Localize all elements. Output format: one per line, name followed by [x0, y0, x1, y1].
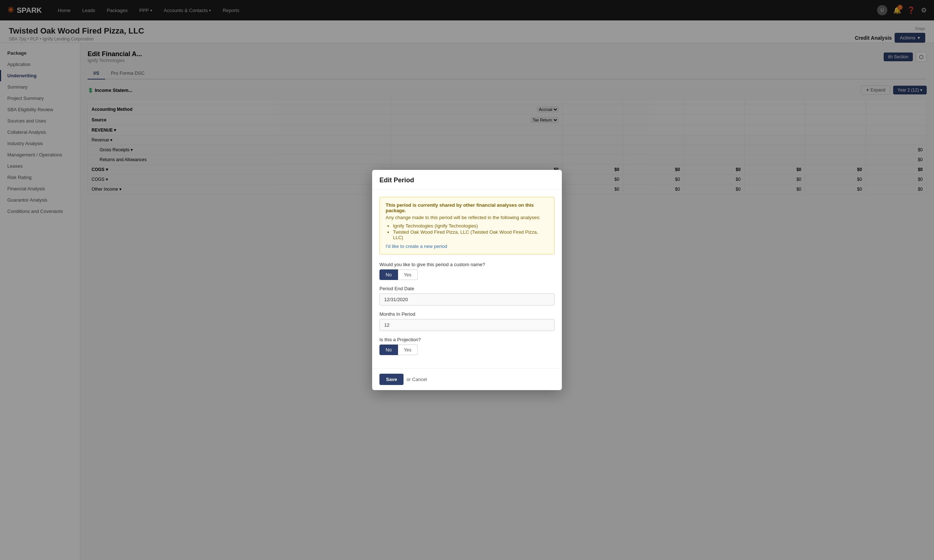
warning-box: This period is currently shared by other… — [379, 197, 555, 254]
projection-label: Is this a Projection? — [379, 337, 555, 342]
warning-analyses-list: Ignify Technologies (Ignify Technologies… — [385, 223, 549, 240]
warning-subtitle: Any change made to this period will be r… — [385, 215, 549, 220]
save-button[interactable]: Save — [379, 374, 404, 385]
months-in-period-label: Months In Period — [379, 311, 555, 317]
months-in-period-group: Months In Period — [379, 311, 555, 331]
custom-name-group: Would you like to give this period a cus… — [379, 262, 555, 280]
period-end-date-input[interactable] — [379, 294, 555, 306]
list-item: Twisted Oak Wood Fired Pizza, LLC (Twist… — [393, 229, 549, 240]
warning-title: This period is currently shared by other… — [385, 202, 549, 213]
months-in-period-input[interactable] — [379, 319, 555, 331]
modal-header: Edit Period — [372, 170, 562, 189]
cancel-button[interactable]: or Cancel — [407, 377, 427, 382]
create-new-period-link[interactable]: I'd like to create a new period — [385, 243, 447, 249]
projection-group: Is this a Projection? No Yes — [379, 337, 555, 355]
modal-body: This period is currently shared by other… — [372, 189, 562, 368]
modal-footer: Save or Cancel — [372, 368, 562, 390]
modal-title: Edit Period — [379, 177, 555, 184]
projection-no-button[interactable]: No — [379, 345, 398, 355]
custom-name-no-button[interactable]: No — [379, 269, 398, 280]
period-end-date-label: Period End Date — [379, 286, 555, 291]
custom-name-yes-button[interactable]: Yes — [398, 269, 418, 280]
period-end-date-group: Period End Date — [379, 286, 555, 306]
custom-name-toggle: No Yes — [379, 269, 555, 280]
modal-overlay[interactable]: Edit Period This period is currently sha… — [0, 0, 934, 560]
list-item: Ignify Technologies (Ignify Technologies… — [393, 223, 549, 229]
projection-yes-button[interactable]: Yes — [398, 345, 418, 355]
custom-name-label: Would you like to give this period a cus… — [379, 262, 555, 267]
edit-period-modal: Edit Period This period is currently sha… — [372, 170, 562, 390]
projection-toggle: No Yes — [379, 345, 555, 355]
